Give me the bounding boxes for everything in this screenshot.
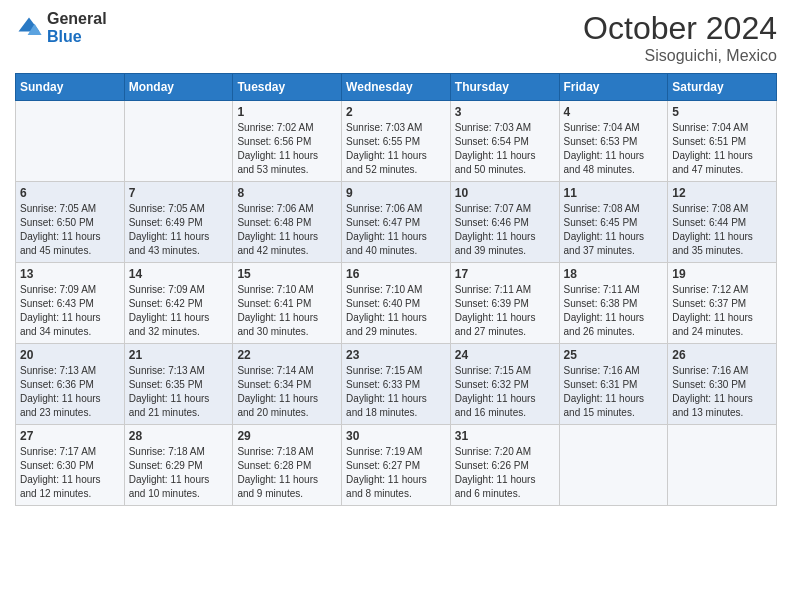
day-number: 2: [346, 105, 446, 119]
day-detail: Sunrise: 7:02 AM Sunset: 6:56 PM Dayligh…: [237, 121, 337, 177]
day-detail: Sunrise: 7:10 AM Sunset: 6:40 PM Dayligh…: [346, 283, 446, 339]
month-title: October 2024: [583, 10, 777, 47]
day-number: 8: [237, 186, 337, 200]
day-number: 10: [455, 186, 555, 200]
header-tuesday: Tuesday: [233, 74, 342, 101]
day-detail: Sunrise: 7:03 AM Sunset: 6:54 PM Dayligh…: [455, 121, 555, 177]
calendar-cell: 12Sunrise: 7:08 AM Sunset: 6:44 PM Dayli…: [668, 182, 777, 263]
calendar-cell: 14Sunrise: 7:09 AM Sunset: 6:42 PM Dayli…: [124, 263, 233, 344]
calendar-week-4: 27Sunrise: 7:17 AM Sunset: 6:30 PM Dayli…: [16, 425, 777, 506]
calendar-cell: 31Sunrise: 7:20 AM Sunset: 6:26 PM Dayli…: [450, 425, 559, 506]
logo-general: General: [47, 10, 107, 27]
day-detail: Sunrise: 7:10 AM Sunset: 6:41 PM Dayligh…: [237, 283, 337, 339]
day-number: 23: [346, 348, 446, 362]
calendar-cell: 18Sunrise: 7:11 AM Sunset: 6:38 PM Dayli…: [559, 263, 668, 344]
calendar-table: SundayMondayTuesdayWednesdayThursdayFrid…: [15, 73, 777, 506]
calendar-cell: 19Sunrise: 7:12 AM Sunset: 6:37 PM Dayli…: [668, 263, 777, 344]
calendar-cell: [559, 425, 668, 506]
day-number: 19: [672, 267, 772, 281]
day-detail: Sunrise: 7:11 AM Sunset: 6:38 PM Dayligh…: [564, 283, 664, 339]
calendar-cell: 26Sunrise: 7:16 AM Sunset: 6:30 PM Dayli…: [668, 344, 777, 425]
logo-icon: [15, 14, 43, 42]
day-detail: Sunrise: 7:08 AM Sunset: 6:44 PM Dayligh…: [672, 202, 772, 258]
day-detail: Sunrise: 7:09 AM Sunset: 6:43 PM Dayligh…: [20, 283, 120, 339]
day-detail: Sunrise: 7:09 AM Sunset: 6:42 PM Dayligh…: [129, 283, 229, 339]
day-detail: Sunrise: 7:18 AM Sunset: 6:28 PM Dayligh…: [237, 445, 337, 501]
day-number: 22: [237, 348, 337, 362]
day-number: 31: [455, 429, 555, 443]
header-monday: Monday: [124, 74, 233, 101]
calendar-cell: 10Sunrise: 7:07 AM Sunset: 6:46 PM Dayli…: [450, 182, 559, 263]
day-number: 29: [237, 429, 337, 443]
day-detail: Sunrise: 7:16 AM Sunset: 6:30 PM Dayligh…: [672, 364, 772, 420]
day-number: 5: [672, 105, 772, 119]
day-number: 6: [20, 186, 120, 200]
day-detail: Sunrise: 7:19 AM Sunset: 6:27 PM Dayligh…: [346, 445, 446, 501]
calendar-cell: 4Sunrise: 7:04 AM Sunset: 6:53 PM Daylig…: [559, 101, 668, 182]
day-detail: Sunrise: 7:15 AM Sunset: 6:32 PM Dayligh…: [455, 364, 555, 420]
logo: General Blue: [15, 10, 107, 46]
day-detail: Sunrise: 7:18 AM Sunset: 6:29 PM Dayligh…: [129, 445, 229, 501]
header-wednesday: Wednesday: [342, 74, 451, 101]
day-detail: Sunrise: 7:05 AM Sunset: 6:50 PM Dayligh…: [20, 202, 120, 258]
calendar-cell: 1Sunrise: 7:02 AM Sunset: 6:56 PM Daylig…: [233, 101, 342, 182]
calendar-cell: 28Sunrise: 7:18 AM Sunset: 6:29 PM Dayli…: [124, 425, 233, 506]
calendar-cell: 3Sunrise: 7:03 AM Sunset: 6:54 PM Daylig…: [450, 101, 559, 182]
day-number: 21: [129, 348, 229, 362]
day-detail: Sunrise: 7:13 AM Sunset: 6:35 PM Dayligh…: [129, 364, 229, 420]
calendar-cell: 30Sunrise: 7:19 AM Sunset: 6:27 PM Dayli…: [342, 425, 451, 506]
day-detail: Sunrise: 7:04 AM Sunset: 6:51 PM Dayligh…: [672, 121, 772, 177]
day-detail: Sunrise: 7:06 AM Sunset: 6:48 PM Dayligh…: [237, 202, 337, 258]
day-detail: Sunrise: 7:12 AM Sunset: 6:37 PM Dayligh…: [672, 283, 772, 339]
day-number: 1: [237, 105, 337, 119]
day-detail: Sunrise: 7:20 AM Sunset: 6:26 PM Dayligh…: [455, 445, 555, 501]
calendar-cell: 11Sunrise: 7:08 AM Sunset: 6:45 PM Dayli…: [559, 182, 668, 263]
day-detail: Sunrise: 7:16 AM Sunset: 6:31 PM Dayligh…: [564, 364, 664, 420]
calendar-cell: [668, 425, 777, 506]
day-number: 14: [129, 267, 229, 281]
day-detail: Sunrise: 7:14 AM Sunset: 6:34 PM Dayligh…: [237, 364, 337, 420]
calendar-cell: 7Sunrise: 7:05 AM Sunset: 6:49 PM Daylig…: [124, 182, 233, 263]
day-detail: Sunrise: 7:11 AM Sunset: 6:39 PM Dayligh…: [455, 283, 555, 339]
day-number: 25: [564, 348, 664, 362]
calendar-cell: 20Sunrise: 7:13 AM Sunset: 6:36 PM Dayli…: [16, 344, 125, 425]
day-number: 18: [564, 267, 664, 281]
calendar-cell: 15Sunrise: 7:10 AM Sunset: 6:41 PM Dayli…: [233, 263, 342, 344]
day-number: 16: [346, 267, 446, 281]
calendar-cell: 9Sunrise: 7:06 AM Sunset: 6:47 PM Daylig…: [342, 182, 451, 263]
day-number: 27: [20, 429, 120, 443]
header-friday: Friday: [559, 74, 668, 101]
calendar-cell: 17Sunrise: 7:11 AM Sunset: 6:39 PM Dayli…: [450, 263, 559, 344]
day-number: 30: [346, 429, 446, 443]
day-number: 3: [455, 105, 555, 119]
day-detail: Sunrise: 7:05 AM Sunset: 6:49 PM Dayligh…: [129, 202, 229, 258]
calendar-cell: [124, 101, 233, 182]
header-thursday: Thursday: [450, 74, 559, 101]
day-detail: Sunrise: 7:08 AM Sunset: 6:45 PM Dayligh…: [564, 202, 664, 258]
calendar-cell: 16Sunrise: 7:10 AM Sunset: 6:40 PM Dayli…: [342, 263, 451, 344]
day-number: 28: [129, 429, 229, 443]
calendar-cell: [16, 101, 125, 182]
calendar-week-3: 20Sunrise: 7:13 AM Sunset: 6:36 PM Dayli…: [16, 344, 777, 425]
calendar-cell: 27Sunrise: 7:17 AM Sunset: 6:30 PM Dayli…: [16, 425, 125, 506]
calendar-week-1: 6Sunrise: 7:05 AM Sunset: 6:50 PM Daylig…: [16, 182, 777, 263]
day-number: 26: [672, 348, 772, 362]
calendar-header-row: SundayMondayTuesdayWednesdayThursdayFrid…: [16, 74, 777, 101]
calendar-week-0: 1Sunrise: 7:02 AM Sunset: 6:56 PM Daylig…: [16, 101, 777, 182]
calendar-cell: 29Sunrise: 7:18 AM Sunset: 6:28 PM Dayli…: [233, 425, 342, 506]
calendar-cell: 24Sunrise: 7:15 AM Sunset: 6:32 PM Dayli…: [450, 344, 559, 425]
day-number: 17: [455, 267, 555, 281]
calendar-cell: 5Sunrise: 7:04 AM Sunset: 6:51 PM Daylig…: [668, 101, 777, 182]
day-number: 9: [346, 186, 446, 200]
calendar-cell: 13Sunrise: 7:09 AM Sunset: 6:43 PM Dayli…: [16, 263, 125, 344]
header-saturday: Saturday: [668, 74, 777, 101]
logo-blue: Blue: [47, 28, 82, 45]
day-number: 20: [20, 348, 120, 362]
day-detail: Sunrise: 7:17 AM Sunset: 6:30 PM Dayligh…: [20, 445, 120, 501]
day-detail: Sunrise: 7:15 AM Sunset: 6:33 PM Dayligh…: [346, 364, 446, 420]
calendar-cell: 2Sunrise: 7:03 AM Sunset: 6:55 PM Daylig…: [342, 101, 451, 182]
day-detail: Sunrise: 7:13 AM Sunset: 6:36 PM Dayligh…: [20, 364, 120, 420]
title-block: October 2024 Sisoguichi, Mexico: [583, 10, 777, 65]
day-number: 11: [564, 186, 664, 200]
day-detail: Sunrise: 7:06 AM Sunset: 6:47 PM Dayligh…: [346, 202, 446, 258]
